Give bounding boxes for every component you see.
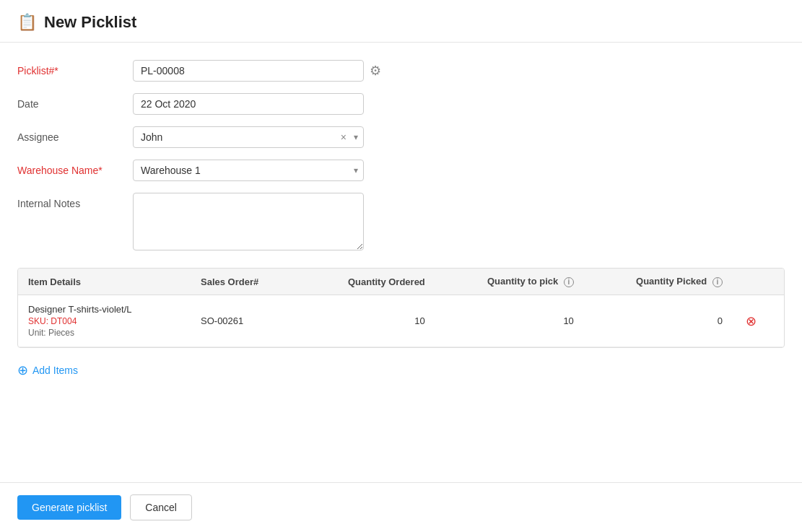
table-header-row: Item Details Sales Order# Quantity Order… [18,269,784,295]
date-input[interactable] [133,93,364,115]
item-unit: Unit: Pieces [28,328,180,338]
col-qty-ordered: Quantity Ordered [300,269,435,295]
remove-cell: ⊗ [733,295,784,347]
items-table: Item Details Sales Order# Quantity Order… [18,269,784,347]
gear-icon[interactable]: ⚙ [370,63,381,79]
picklist-input-wrapper: ⚙ [133,60,381,82]
col-qty-to-pick: Quantity to pick i [435,269,584,295]
picklist-row: Picklist#* ⚙ [17,60,785,82]
picklist-input[interactable] [133,60,364,82]
generate-picklist-button[interactable]: Generate picklist [17,495,121,520]
col-item-details: Item Details [18,269,191,295]
warehouse-select[interactable]: Warehouse 1 [133,160,364,181]
col-sales-order: Sales Order# [191,269,300,295]
footer: Generate picklist Cancel [0,482,802,532]
item-sku: SKU: DT004 [28,316,180,326]
notes-label: Internal Notes [17,193,133,209]
notes-row: Internal Notes [17,193,785,250]
col-actions [733,269,784,295]
qty-ordered-cell: 10 [300,295,435,347]
picklist-icon: 📋 [17,13,37,32]
assignee-clear-icon[interactable]: × [341,131,346,143]
date-label: Date [17,93,133,110]
warehouse-select-wrapper: Warehouse 1 ▾ [133,160,364,181]
table-row: Designer T-shirts-violet/L SKU: DT004 Un… [18,295,784,347]
date-row: Date [17,93,785,115]
item-details-cell: Designer T-shirts-violet/L SKU: DT004 Un… [18,295,191,347]
item-name: Designer T-shirts-violet/L [28,304,180,315]
add-items-icon: ⊕ [17,362,28,378]
page-title: New Picklist [44,13,136,32]
notes-textarea[interactable] [133,193,364,250]
add-items-label: Add Items [32,365,78,376]
warehouse-row: Warehouse Name* Warehouse 1 ▾ [17,160,785,181]
sales-order-cell: SO-00261 [191,295,300,347]
qty-picked-cell: 0 [584,295,733,347]
warehouse-label: Warehouse Name* [17,160,133,176]
assignee-select-wrapper: John × ▾ [133,126,364,148]
qty-to-pick-info-icon[interactable]: i [564,277,574,287]
col-qty-picked: Quantity Picked i [584,269,733,295]
form-section: Picklist#* ⚙ Date Assignee John × ▾ Wa [17,60,785,250]
assignee-label: Assignee [17,126,133,143]
qty-to-pick-cell: 10 [435,295,584,347]
assignee-row: Assignee John × ▾ [17,126,785,148]
add-items-row[interactable]: ⊕ Add Items [17,357,785,390]
picklist-label: Picklist#* [17,60,133,77]
assignee-select[interactable]: John [133,126,364,148]
qty-picked-info-icon[interactable]: i [712,277,723,287]
cancel-button[interactable]: Cancel [130,494,192,520]
items-table-wrapper: Item Details Sales Order# Quantity Order… [17,268,785,348]
page-body: Picklist#* ⚙ Date Assignee John × ▾ Wa [0,43,802,390]
page-header: 📋 New Picklist [0,0,802,43]
remove-item-button[interactable]: ⊗ [743,313,759,329]
